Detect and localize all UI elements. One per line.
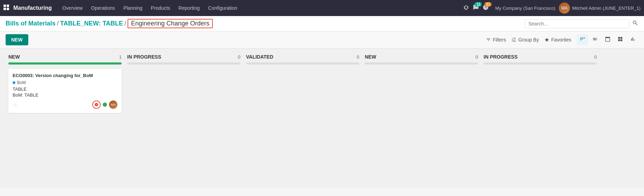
breadcrumb-sep-1: / [57,20,59,27]
new-button[interactable]: NEW [6,34,28,45]
favorites-button[interactable]: Favorites [544,37,571,43]
card-user-avatar[interactable]: MA [109,100,117,109]
user-avatar: MA [559,2,570,14]
user-label: Mitchell Admin (JUNE_ENTER_1) [572,6,641,11]
breadcrumb-bom[interactable]: Bills of Materials [6,20,56,27]
column-title-in_progress2: IN PROGRESS [484,54,518,60]
user-info[interactable]: MA Mitchell Admin (JUNE_ENTER_1) [559,2,641,14]
view-grid[interactable] [615,35,626,45]
tag-dot-icon [13,81,15,84]
nav-icons: 12 21 My Company (San Francisco) MA Mitc… [463,2,641,14]
company-name: My Company (San Francisco) [495,6,555,11]
filter-group: Filters Group By Favorites [486,37,571,43]
search-button[interactable] [632,20,638,27]
column-title-in_progress: In Progress [127,54,161,60]
groupby-label: Group By [518,37,539,43]
kanban-column-new2: NEW0 [362,54,481,182]
kanban-card-new-0[interactable]: ECO0003: Version changing for_BoMBoMTABL… [8,69,122,113]
view-calendar[interactable] [602,35,613,45]
view-icons [577,35,638,45]
clock-icon[interactable]: 21 [483,4,489,12]
view-kanban[interactable] [577,35,588,45]
view-list[interactable] [589,35,601,45]
view-chart[interactable] [627,35,638,45]
breadcrumb: Bills of Materials / TABLE_NEW: TABLE / … [6,19,213,28]
column-title-validated: Validated [246,54,273,60]
filters-button[interactable]: Filters [486,37,506,43]
status-dot-icon [103,103,107,107]
breadcrumb-table[interactable]: TABLE_NEW: TABLE [60,20,123,27]
column-count-in_progress2: 0 [594,54,597,60]
action-bar: NEW Filters Group By Favorites [0,31,644,48]
kanban-column-validated: Validated0 [243,54,362,182]
card-tag-new-0: BoM [17,80,26,85]
filters-label: Filters [493,37,506,43]
breadcrumb-current: Engineering Change Orders [128,19,213,28]
card-title-new-0: ECO0003: Version changing for_BoM [13,73,117,78]
clock-badge: 21 [484,2,492,7]
nav-reporting[interactable]: Reporting [175,3,203,13]
search-input[interactable] [528,21,625,27]
favorites-label: Favorites [551,37,571,43]
nav-planning[interactable]: Planning [120,3,146,13]
column-count-new2: 0 [476,54,478,60]
card-line2-new-0: BoM: TABLE [13,92,117,98]
chat-icon[interactable]: 12 [473,4,479,12]
svg-rect-2 [3,8,6,10]
svg-rect-0 [3,5,6,7]
nav-operations[interactable]: Operations [88,3,118,13]
column-title-new2: NEW [365,54,376,60]
nav-configuration[interactable]: Configuration [205,3,241,13]
top-nav: Manufacturing Overview Operations Planni… [0,0,644,16]
kanban-board: New1ECO0003: Version changing for_BoMBoM… [0,48,644,188]
svg-rect-1 [7,5,9,7]
nav-overview[interactable]: Overview [59,3,86,13]
search-box[interactable] [524,19,629,28]
groupby-button[interactable]: Group By [512,37,539,43]
column-title-new: New [8,54,20,60]
bug-icon[interactable] [463,4,469,12]
kanban-column-in_progress: In Progress0 [124,54,243,182]
breadcrumb-sep-2: / [124,20,126,27]
star-icon[interactable]: ☆ [13,101,17,108]
breadcrumb-bar: Bills of Materials / TABLE_NEW: TABLE / … [0,16,644,31]
column-count-in_progress: 0 [238,54,240,60]
clock-activity-icon[interactable] [92,100,101,109]
chat-badge: 12 [475,2,482,7]
card-line1-new-0: TABLE [13,86,117,92]
app-grid-icon[interactable] [3,5,10,12]
kanban-column-in_progress2: IN PROGRESS0 [481,54,600,182]
column-count-new: 1 [119,54,122,60]
app-name[interactable]: Manufacturing [13,5,52,11]
nav-products[interactable]: Products [147,3,174,13]
svg-rect-3 [7,8,9,10]
kanban-column-new: New1ECO0003: Version changing for_BoMBoM… [6,54,124,182]
column-count-validated: 0 [357,54,359,60]
